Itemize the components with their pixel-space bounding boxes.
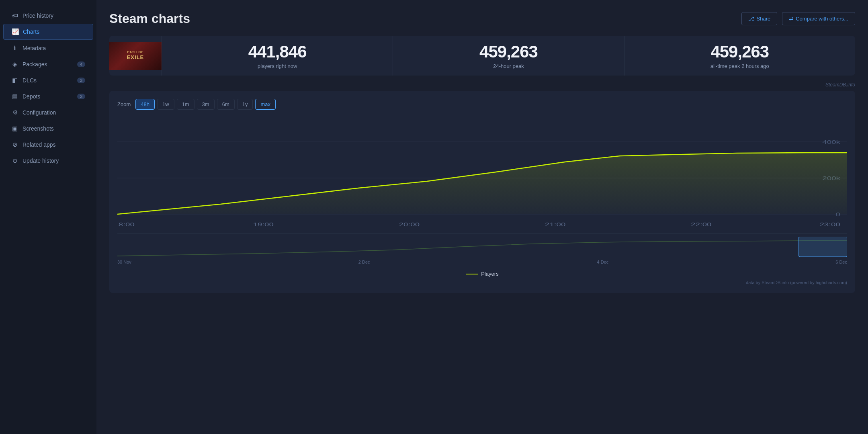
dlcs-label: DLCs: [23, 77, 73, 84]
share-button[interactable]: ⎇ Share: [741, 12, 778, 25]
sidebar-item-screenshots[interactable]: ▣Screenshots: [3, 121, 93, 136]
chart-data-credit: data by SteamDB.info (powered by highcha…: [117, 280, 847, 285]
depots-badge: 3: [77, 94, 85, 99]
game-thumbnail: PATH OF EXILE: [109, 42, 162, 70]
stat-peak-24h: 459,263 24-hour peak: [393, 36, 624, 76]
sidebar: 🏷Price history📈ChartsℹMetadata◈Packages4…: [0, 0, 96, 434]
screenshots-label: Screenshots: [23, 125, 85, 132]
svg-text:21:00: 21:00: [545, 222, 565, 227]
legend-line: [466, 274, 478, 274]
update-history-label: Update history: [23, 158, 85, 164]
zoom-btn-max[interactable]: max: [255, 99, 276, 110]
packages-label: Packages: [23, 61, 73, 68]
dlcs-badge: 3: [77, 78, 85, 83]
svg-text:23:00: 23:00: [819, 222, 840, 227]
sidebar-item-configuration[interactable]: ⚙Configuration: [3, 105, 93, 120]
legend-label: Players: [481, 271, 498, 277]
svg-text:22:00: 22:00: [691, 222, 711, 227]
depots-icon: ▤: [11, 93, 18, 100]
metadata-label: Metadata: [23, 45, 85, 51]
chart-legend: Players: [117, 271, 847, 277]
compare-icon: ⇄: [789, 16, 793, 22]
sidebar-item-packages[interactable]: ◈Packages4: [3, 57, 93, 72]
chart-navigator: 30 Nov 2 Dec 4 Dec 6 Dec: [117, 233, 847, 266]
zoom-controls: Zoom 48h1w1m3m6m1ymax: [117, 99, 847, 110]
dlcs-icon: ◧: [11, 77, 18, 84]
players-chart: 400k 200k 0 18:00 19:00 20:00 21:00: [117, 118, 847, 230]
svg-text:400k: 400k: [822, 139, 840, 145]
chart-container: Zoom 48h1w1m3m6m1ymax 400k 200k 0: [109, 91, 855, 293]
charts-label: Charts: [23, 29, 85, 35]
steamdb-credit: SteamDB.info: [109, 82, 855, 88]
screenshots-icon: ▣: [11, 125, 18, 132]
configuration-icon: ⚙: [11, 109, 18, 116]
zoom-btn-48h[interactable]: 48h: [135, 99, 155, 110]
main-content: Steam charts ⎇ Share ⇄ Compare with othe…: [96, 0, 868, 434]
page-title: Steam charts: [109, 11, 190, 26]
charts-icon: 📈: [12, 28, 19, 35]
svg-rect-12: [799, 237, 847, 257]
sidebar-item-metadata[interactable]: ℹMetadata: [3, 41, 93, 56]
share-icon: ⎇: [748, 16, 754, 22]
page-header: Steam charts ⎇ Share ⇄ Compare with othe…: [109, 11, 855, 26]
stat-players-now: 441,846 players right now: [162, 36, 393, 76]
update-history-icon: ⊙: [11, 157, 18, 164]
sidebar-item-related-apps[interactable]: ⊘Related apps: [3, 137, 93, 152]
zoom-btn-1w[interactable]: 1w: [157, 99, 174, 110]
svg-text:18:00: 18:00: [117, 222, 135, 227]
svg-text:19:00: 19:00: [253, 222, 273, 227]
compare-button[interactable]: ⇄ Compare with others...: [782, 12, 855, 25]
configuration-label: Configuration: [23, 109, 85, 116]
sidebar-item-depots[interactable]: ▤Depots3: [3, 89, 93, 104]
stat-peak-alltime: 459,263 all-time peak 2 hours ago: [624, 36, 855, 76]
sidebar-item-update-history[interactable]: ⊙Update history: [3, 153, 93, 168]
svg-text:20:00: 20:00: [399, 222, 420, 227]
header-buttons: ⎇ Share ⇄ Compare with others...: [741, 12, 855, 25]
metadata-icon: ℹ: [11, 45, 18, 52]
zoom-btn-6m[interactable]: 6m: [217, 99, 235, 110]
packages-badge: 4: [77, 61, 85, 67]
zoom-btn-3m[interactable]: 3m: [197, 99, 215, 110]
chart-wrapper: 400k 200k 0 18:00 19:00 20:00 21:00: [117, 118, 847, 231]
stats-card: PATH OF EXILE 441,846 players right now …: [109, 36, 855, 76]
zoom-btn-1y[interactable]: 1y: [237, 99, 253, 110]
timeline-dates: 30 Nov 2 Dec 4 Dec 6 Dec: [117, 258, 847, 266]
zoom-btn-1m[interactable]: 1m: [177, 99, 194, 110]
sidebar-item-price-history[interactable]: 🏷Price history: [3, 8, 93, 23]
packages-icon: ◈: [11, 61, 18, 68]
related-apps-icon: ⊘: [11, 141, 18, 148]
sidebar-item-charts[interactable]: 📈Charts: [3, 24, 93, 40]
related-apps-label: Related apps: [23, 141, 85, 148]
sidebar-item-dlcs[interactable]: ◧DLCs3: [3, 73, 93, 88]
price-history-label: Price history: [23, 12, 85, 19]
navigator-chart: [117, 237, 847, 257]
depots-label: Depots: [23, 93, 73, 100]
price-history-icon: 🏷: [11, 12, 18, 19]
